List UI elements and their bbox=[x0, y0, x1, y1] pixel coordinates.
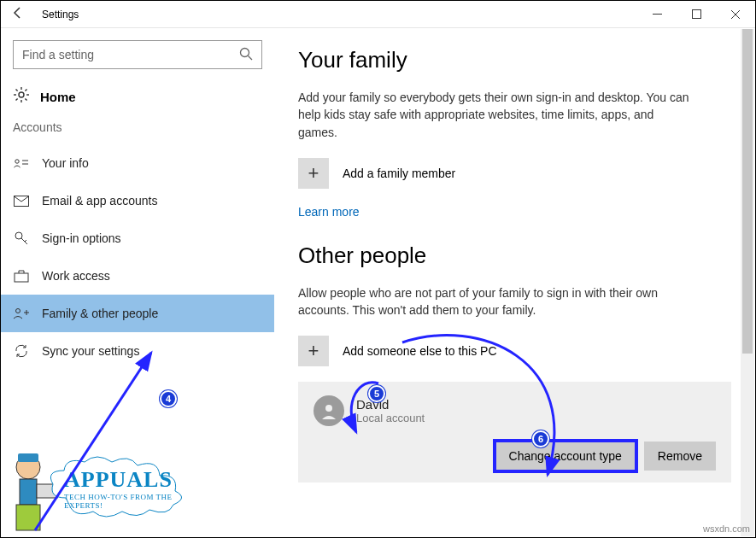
annotation-marker-5: 5 bbox=[368, 385, 385, 402]
svg-rect-32 bbox=[16, 505, 40, 530]
svg-rect-1 bbox=[692, 10, 700, 19]
home-label: Home bbox=[40, 90, 76, 104]
svg-line-5 bbox=[249, 56, 253, 61]
svg-rect-30 bbox=[20, 479, 37, 505]
person-card-icon bbox=[13, 157, 30, 169]
svg-point-19 bbox=[15, 232, 22, 239]
minimize-button[interactable] bbox=[637, 1, 677, 28]
people-icon bbox=[13, 307, 30, 320]
watermark: wsxdn.com bbox=[703, 523, 750, 534]
svg-point-26 bbox=[325, 405, 332, 412]
sidebar-item-family[interactable]: Family & other people bbox=[1, 295, 274, 332]
main-panel: Your family Add your family so everybody… bbox=[274, 28, 755, 537]
svg-line-12 bbox=[25, 98, 26, 100]
add-other-label: Add someone else to this PC bbox=[343, 344, 497, 358]
mail-icon bbox=[13, 196, 30, 207]
sidebar-item-your-info[interactable]: Your info bbox=[1, 144, 274, 182]
sidebar-item-label: Your info bbox=[42, 156, 89, 170]
appuals-name: APPUALS bbox=[64, 467, 194, 493]
sidebar-item-label: Email & app accounts bbox=[42, 194, 157, 208]
search-placeholder: Find a setting bbox=[22, 48, 94, 61]
back-button[interactable] bbox=[1, 6, 35, 23]
add-family-member-button[interactable]: + Add a family member bbox=[298, 158, 731, 189]
category-label: Accounts bbox=[1, 120, 274, 144]
svg-point-23 bbox=[16, 308, 21, 313]
user-account-block[interactable]: David Local account Change account type … bbox=[298, 382, 731, 482]
sync-icon bbox=[13, 343, 30, 359]
appuals-logo: APPUALS TECH HOW-TO'S FROM THE EXPERTS! bbox=[3, 442, 190, 535]
svg-point-6 bbox=[19, 92, 24, 97]
plus-icon: + bbox=[298, 336, 329, 366]
title-bar: Settings bbox=[1, 1, 755, 28]
svg-line-20 bbox=[21, 238, 27, 244]
avatar-icon bbox=[314, 395, 344, 426]
section-title-other: Other people bbox=[298, 243, 731, 269]
sidebar-item-label: Sync your settings bbox=[42, 344, 139, 358]
sidebar-item-label: Work access bbox=[42, 269, 110, 283]
section-title-family: Your family bbox=[298, 47, 731, 73]
sidebar-item-sync[interactable]: Sync your settings bbox=[1, 332, 274, 370]
scrollbar[interactable] bbox=[741, 29, 754, 536]
svg-line-21 bbox=[25, 240, 26, 242]
learn-more-link[interactable]: Learn more bbox=[298, 205, 360, 219]
sidebar-item-label: Sign-in options bbox=[42, 231, 121, 245]
user-name: David bbox=[356, 397, 425, 412]
svg-line-13 bbox=[16, 98, 18, 100]
sidebar-item-work[interactable]: Work access bbox=[1, 257, 274, 295]
add-family-label: Add a family member bbox=[343, 167, 455, 180]
section-desc-family: Add your family so everybody gets their … bbox=[298, 89, 691, 141]
sidebar-item-signin[interactable]: Sign-in options bbox=[1, 219, 274, 257]
sidebar-item-email[interactable]: Email & app accounts bbox=[1, 182, 274, 219]
search-input[interactable]: Find a setting bbox=[13, 40, 262, 69]
home-link[interactable]: Home bbox=[1, 81, 274, 120]
section-desc-other: Allow people who are not part of your fa… bbox=[298, 284, 691, 319]
key-icon bbox=[13, 231, 30, 246]
gear-icon bbox=[13, 86, 30, 107]
add-other-user-button[interactable]: + Add someone else to this PC bbox=[298, 336, 731, 366]
svg-point-4 bbox=[241, 49, 249, 57]
remove-user-button[interactable]: Remove bbox=[644, 442, 716, 471]
close-button[interactable] bbox=[716, 1, 755, 28]
search-icon bbox=[239, 47, 253, 63]
plus-icon: + bbox=[298, 158, 329, 189]
svg-rect-22 bbox=[15, 273, 28, 282]
window-title: Settings bbox=[35, 9, 637, 20]
annotation-marker-6: 6 bbox=[532, 430, 549, 447]
user-account-type: Local account bbox=[356, 412, 425, 424]
briefcase-icon bbox=[13, 270, 30, 283]
annotation-marker-4: 4 bbox=[160, 390, 177, 407]
svg-line-11 bbox=[16, 90, 18, 91]
sidebar-item-label: Family & other people bbox=[42, 307, 158, 320]
maximize-button[interactable] bbox=[677, 1, 716, 28]
svg-line-14 bbox=[25, 90, 26, 91]
appuals-sub: TECH HOW-TO'S FROM THE EXPERTS! bbox=[64, 493, 194, 510]
svg-rect-29 bbox=[18, 453, 38, 462]
scrollbar-thumb[interactable] bbox=[742, 29, 753, 354]
svg-point-15 bbox=[15, 160, 19, 163]
change-account-type-button[interactable]: Change account type bbox=[495, 442, 636, 471]
